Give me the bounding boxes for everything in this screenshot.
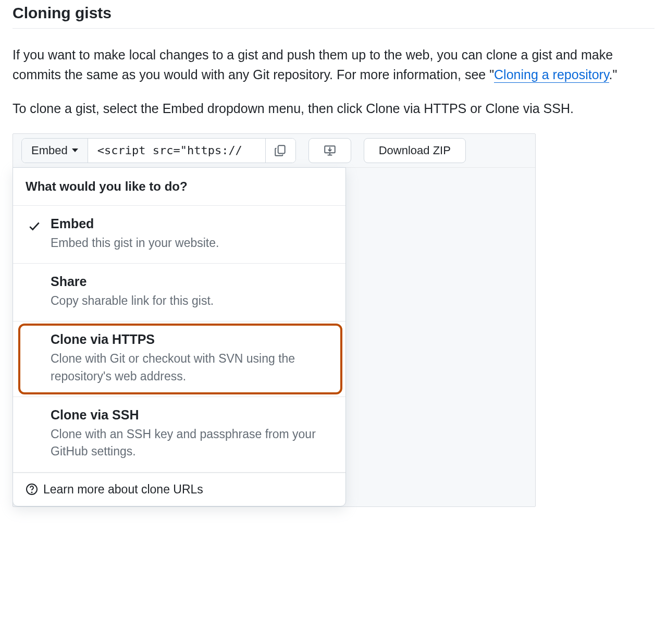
intro-text-b: ." [609,67,617,82]
question-circle-icon [26,483,38,496]
dropdown-option-embed[interactable]: Embed Embed this gist in your website. [13,206,345,264]
gist-toolbar-screenshot: Embed <script src="https:// Download ZI [13,133,536,507]
check-column [26,332,43,335]
download-desktop-button[interactable] [308,138,351,163]
option-title: Clone via SSH [51,407,333,423]
embed-dropdown-button[interactable]: Embed [22,139,88,163]
embed-dropdown-menu: What would you like to do? Embed Embed t… [13,167,346,506]
learn-more-link[interactable]: Learn more about clone URLs [13,473,345,506]
option-desc: Copy sharable link for this gist. [51,292,333,309]
option-desc: Clone with an SSH key and passphrase fro… [51,426,333,461]
option-body: Embed Embed this gist in your website. [51,216,333,252]
section-heading: Cloning gists [13,4,654,29]
download-zip-button[interactable]: Download ZIP [364,138,466,163]
option-body: Clone via SSH Clone with an SSH key and … [51,407,333,461]
dropdown-option-clone-https[interactable]: Clone via HTTPS Clone with Git or checko… [13,321,345,397]
embed-label: Embed [31,144,68,157]
svg-point-6 [31,492,32,492]
svg-rect-0 [278,145,285,153]
cloning-repo-link[interactable]: Cloning a repository [494,67,609,83]
option-desc: Embed this gist in your website. [51,234,333,252]
caret-down-icon [72,148,78,152]
option-title: Clone via HTTPS [51,332,333,347]
copy-button[interactable] [265,139,295,163]
embed-group: Embed <script src="https:// [21,138,296,163]
dropdown-header: What would you like to do? [13,168,345,206]
copy-icon [274,144,287,157]
option-title: Share [51,274,333,289]
learn-more-label: Learn more about clone URLs [43,482,203,497]
check-column [26,274,43,277]
download-zip-label: Download ZIP [379,144,451,157]
desktop-download-icon [323,144,337,157]
intro-paragraph-1: If you want to make local changes to a g… [13,45,654,84]
option-body: Share Copy sharable link for this gist. [51,274,333,309]
gist-toolbar: Embed <script src="https:// Download ZI [13,134,535,168]
option-desc: Clone with Git or checkout with SVN usin… [51,350,333,385]
option-body: Clone via HTTPS Clone with Git or checko… [51,332,333,385]
intro-paragraph-2: To clone a gist, select the Embed dropdo… [13,99,654,119]
dropdown-option-clone-ssh[interactable]: Clone via SSH Clone with an SSH key and … [13,397,345,473]
check-column [26,216,43,233]
dropdown-option-share[interactable]: Share Copy sharable link for this gist. [13,264,345,321]
option-title: Embed [51,216,333,231]
check-icon [28,219,41,233]
check-column [26,407,43,411]
embed-code-field[interactable]: <script src="https:// [88,139,265,163]
